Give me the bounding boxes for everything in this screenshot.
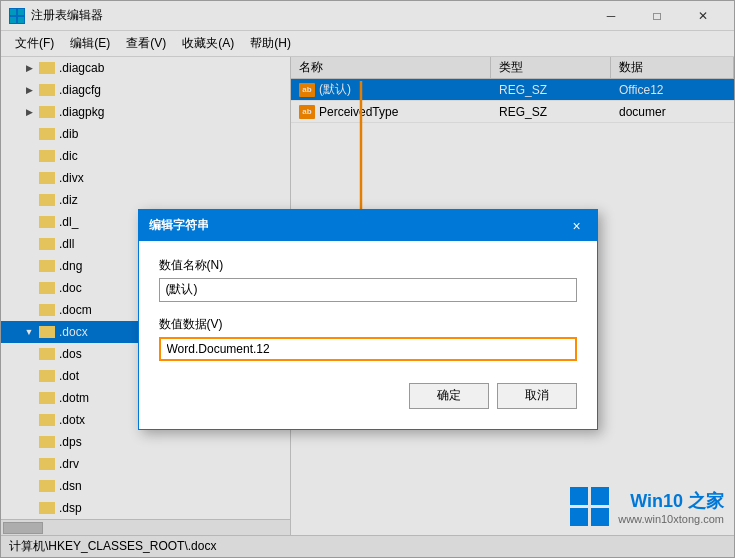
cancel-button[interactable]: 取消 xyxy=(497,383,577,409)
watermark-line2: www.win10xtong.com xyxy=(618,513,724,525)
svg-rect-6 xyxy=(591,487,609,505)
svg-rect-5 xyxy=(570,487,588,505)
value-input[interactable] xyxy=(159,337,577,361)
dialog-close-button[interactable]: × xyxy=(567,216,587,236)
ok-button[interactable]: 确定 xyxy=(409,383,489,409)
dialog-buttons: 确定 取消 xyxy=(159,383,577,409)
dialog-body: 数值名称(N) 数值数据(V) 确定 取消 xyxy=(139,241,597,429)
dialog-overlay: 编辑字符串 × 数值名称(N) 数值数据(V) 确定 取消 xyxy=(1,1,734,557)
svg-rect-8 xyxy=(591,508,609,526)
dialog-title-bar: 编辑字符串 × xyxy=(139,211,597,241)
name-label: 数值名称(N) xyxy=(159,257,577,274)
data-label: 数值数据(V) xyxy=(159,316,577,333)
main-window: 注册表编辑器 ─ □ ✕ 文件(F) 编辑(E) 查看(V) 收藏夹(A) 帮助… xyxy=(0,0,735,558)
edit-string-dialog: 编辑字符串 × 数值名称(N) 数值数据(V) 确定 取消 xyxy=(138,209,598,430)
windows-logo-icon xyxy=(570,487,610,527)
watermark: Win10 之家 www.win10xtong.com xyxy=(570,487,724,527)
dialog-title: 编辑字符串 xyxy=(149,217,567,234)
watermark-text: Win10 之家 www.win10xtong.com xyxy=(618,489,724,525)
svg-rect-7 xyxy=(570,508,588,526)
name-input[interactable] xyxy=(159,278,577,302)
watermark-line1: Win10 之家 xyxy=(618,489,724,513)
